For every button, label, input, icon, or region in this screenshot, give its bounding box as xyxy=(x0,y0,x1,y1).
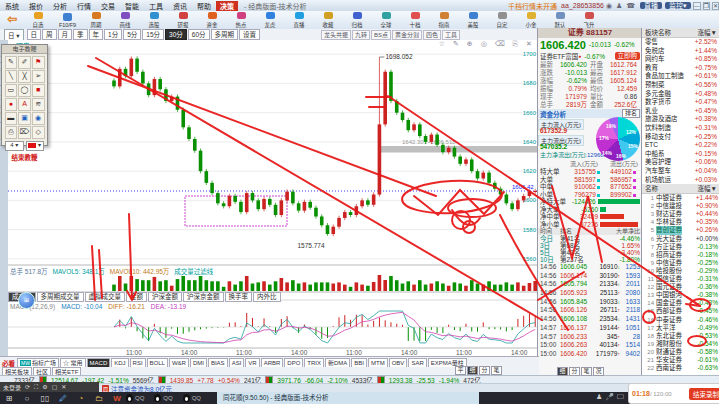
period-tab-季[interactable]: 季 xyxy=(73,29,88,40)
titlebar-icon[interactable]: ♟ xyxy=(616,2,622,9)
menu-item-hot[interactable]: 决策 xyxy=(216,1,238,11)
stock-row[interactable]: 16中泰证券-0.46% xyxy=(642,316,719,324)
period-tab-60分[interactable]: 60分 xyxy=(188,29,210,40)
paint-app-icon[interactable]: 🖉 xyxy=(54,394,72,403)
menu-item[interactable]: 帮助 xyxy=(192,3,216,10)
sector-row[interactable]: 免税店+1.44% xyxy=(642,47,719,56)
menu-item[interactable]: 分析 xyxy=(48,3,72,10)
stock-row[interactable]: 22西南证券-0.63% xyxy=(642,364,719,372)
toolbar-button-F10/F9[interactable]: F10/F9 xyxy=(53,12,82,29)
sector-row[interactable]: 机场航运+0.03% xyxy=(642,176,719,185)
toolbar-button-自选[interactable]: 自选 xyxy=(24,12,53,29)
menu-item[interactable]: 行情 xyxy=(72,3,96,10)
indicator-tab-新DMA[interactable]: 新DMA xyxy=(325,358,350,368)
sector-list[interactable]: 零售+2.52%免税店+1.44%网约车+0.85%教育+0.75%食品加工制造… xyxy=(642,38,719,184)
qq-app-2[interactable]: QQ xyxy=(154,394,172,402)
toolbar-button-研报[interactable]: 研报 xyxy=(169,12,198,29)
volume-tab-虚拟成交量[interactable]: 虚拟成交量 xyxy=(85,292,126,302)
sector-row[interactable]: ETC+0.22% xyxy=(642,141,719,150)
chart-tab[interactable]: 四色 xyxy=(423,30,441,40)
chart-tab[interactable]: BS点 xyxy=(371,30,391,40)
chart-detail-tab-分[interactable]: 分 xyxy=(479,366,490,375)
browser-icon[interactable]: ◔ xyxy=(72,394,90,403)
sector-header[interactable]: 板块名称涨幅▼ xyxy=(642,28,719,38)
stock-row[interactable]: 18东北证券-0.53% xyxy=(642,332,719,340)
indicator-tab-ARBR[interactable]: ARBR xyxy=(261,358,284,368)
toolbar-button-龙虎[interactable]: 龙虎 xyxy=(256,12,285,29)
volume-tab-多周期成交量[interactable]: 多周期成交量 xyxy=(37,292,84,302)
palette-tool-icon[interactable]: ╳ xyxy=(18,70,31,83)
menu-item[interactable]: 交易 xyxy=(96,3,120,10)
toolbar-button-收藏[interactable]: 收藏 xyxy=(314,12,343,29)
folder-icon[interactable]: 🗀 xyxy=(90,394,108,403)
palette-tool-icon[interactable]: ▭ xyxy=(5,84,18,97)
search-icon[interactable]: ○ xyxy=(18,394,36,403)
mic-icon[interactable]: 🎤 xyxy=(605,393,614,401)
stock-row[interactable]: 17太平洋-0.49% xyxy=(642,324,719,332)
palette-tool-icon[interactable]: ⎙ xyxy=(5,126,18,139)
tick-row[interactable]: 14:561605.79421334↓2011 xyxy=(538,280,642,289)
indicator-tab-SAR[interactable]: SAR xyxy=(408,358,426,368)
window-control[interactable]: ❐ xyxy=(703,2,710,10)
screen-icon[interactable]: 🖵 xyxy=(617,393,624,401)
start-button[interactable]: ⊞ xyxy=(0,394,18,403)
stock-row[interactable]: 6光大证券+0.00% xyxy=(642,235,719,243)
symbol-header[interactable]: 证券 881157 xyxy=(538,28,642,38)
tick-row[interactable]: 15:001606.26340134↑1514 xyxy=(538,341,642,350)
tick-tab-分[interactable]: 分 xyxy=(569,367,580,376)
sector-row[interactable]: 零售+2.52% xyxy=(642,38,719,47)
chart-tab[interactable]: 黄金分割 xyxy=(392,30,422,40)
period-tab-30分[interactable]: 30分 xyxy=(165,29,187,40)
sector-row[interactable]: 数字货币+0.47% xyxy=(642,98,719,107)
titlebar-button[interactable]: 监控▾ xyxy=(665,2,691,9)
sector-row[interactable]: 食品加工制造+0.61% xyxy=(642,72,719,81)
menu-item[interactable]: 系统 xyxy=(0,3,24,10)
window-control[interactable]: — xyxy=(693,2,701,10)
chart-tab[interactable]: 工具 xyxy=(442,30,460,40)
indicator-tab-RSI[interactable]: RSI xyxy=(130,358,146,368)
qq-app-3[interactable]: QQ xyxy=(183,394,201,402)
period-tab-日[interactable]: 日 xyxy=(27,29,42,40)
period-tab-1分[interactable]: 1分 xyxy=(104,29,122,40)
stock-row[interactable]: 19湘财股份-0.54% xyxy=(642,340,719,348)
indicator-tab-TRIX[interactable]: TRIX xyxy=(304,358,324,368)
stock-row[interactable]: 20财通证券-0.58% xyxy=(642,348,719,356)
toolbar-button-全球[interactable]: 全球 xyxy=(372,12,401,29)
buy-now-button[interactable]: 立即购 xyxy=(615,52,641,60)
toolbar-button-指南[interactable]: 指南 xyxy=(430,12,459,29)
sector-row[interactable]: 网约车+0.85% xyxy=(642,55,719,64)
toolbar-button-周期[interactable]: 周期 xyxy=(82,12,111,29)
toolbar-button-默认[interactable]: 默认 xyxy=(546,12,575,29)
window-control[interactable]: ✕ xyxy=(712,2,719,10)
menu-item[interactable]: 智能 xyxy=(120,3,144,10)
stock-row[interactable]: 10哈投股份-0.29% xyxy=(642,267,719,275)
end-pointer-button[interactable]: 结束教鞭 xyxy=(2,152,47,162)
palette-tool-icon[interactable]: ⚑ xyxy=(32,56,45,69)
period-tab-年[interactable]: 年 xyxy=(89,29,104,40)
active-app-taskbar-button[interactable]: 同花顺(9.50.50) - 经典版面-技术分析 xyxy=(217,392,479,404)
tick-tab-细[interactable]: 细 xyxy=(557,367,568,376)
toolbar-button-十档[interactable]: 十档 xyxy=(401,12,430,29)
palette-tool-icon[interactable]: ✎ xyxy=(5,56,18,69)
period-dropdown[interactable]: 日 ▾ xyxy=(4,29,24,41)
tick-row[interactable]: 14:561606.10823534↓1431 xyxy=(538,315,642,324)
toolbar-button-直播[interactable]: 直播 xyxy=(285,12,314,29)
volume-tab-内外比[interactable]: 内外比 xyxy=(253,292,281,302)
titlebar-icon[interactable]: ◉ xyxy=(606,2,612,9)
menu-item[interactable]: 报价 xyxy=(24,3,48,10)
palette-tool-icon[interactable]: ▣ xyxy=(18,112,31,125)
chart-detail-tab-笔[interactable]: 笔 xyxy=(491,366,502,375)
sector-row[interactable]: 移动支付+0.25% xyxy=(642,133,719,142)
tick-row[interactable]: 14:571606.13719144↑1051 xyxy=(538,324,642,333)
stock-row[interactable]: 5首创证券+0.26% xyxy=(642,226,719,234)
indicator-tab-BIAS[interactable]: BIAS xyxy=(208,358,228,368)
indicator-tab-OBV[interactable]: OBV xyxy=(389,358,408,368)
recorder-mini-toolbar[interactable]: 未登录 ⟳⛶⚙▢✕ xyxy=(0,382,99,392)
sector-row[interactable]: 饮料制造+0.31% xyxy=(642,124,719,133)
period-tab-月[interactable]: 月 xyxy=(58,29,73,40)
tick-row[interactable]: 14:561606.04516910↓1253 xyxy=(538,263,642,272)
wps-icon[interactable]: W xyxy=(108,394,126,403)
palette-tool-icon[interactable]: ▬ xyxy=(5,112,18,125)
sector-row[interactable]: 预制菜+0.56% xyxy=(642,81,719,90)
task-view-icon[interactable]: ▯▯ xyxy=(36,394,54,403)
